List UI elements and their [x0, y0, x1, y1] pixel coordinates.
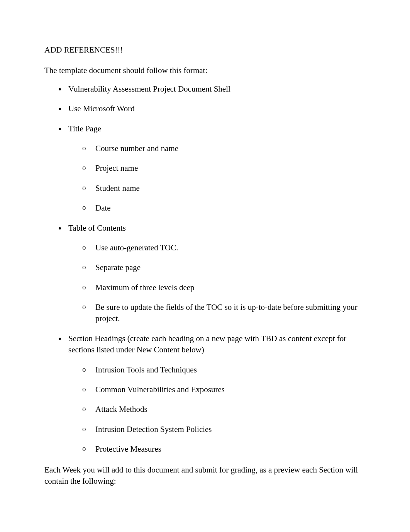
sub-item-text: Maximum of three levels deep: [95, 282, 366, 293]
sub-marker: o: [82, 262, 95, 272]
list-item: Title Page oCourse number and name oProj…: [66, 123, 366, 214]
sub-list-item: oStudent name: [82, 183, 366, 194]
list-item-text: Title Page: [68, 124, 101, 133]
sub-list-item: oMaximum of three levels deep: [82, 282, 366, 293]
sub-item-text: Common Vulnerabilities and Exposures: [95, 384, 366, 395]
sub-marker: o: [82, 404, 95, 414]
list-item-text: Section Headings (create each heading on…: [68, 334, 346, 354]
sub-list-item: oIntrusion Tools and Techniques: [82, 364, 366, 376]
sub-list-item: oIntrusion Detection System Policies: [82, 424, 366, 435]
sub-item-text: Attack Methods: [95, 404, 366, 415]
list-item-text: Table of Contents: [68, 223, 126, 233]
sub-marker: o: [82, 163, 95, 173]
list-item-text: Use Microsoft Word: [68, 104, 135, 113]
sub-item-text: Use auto-generated TOC.: [95, 242, 366, 253]
sub-item-text: Be sure to update the fields of the TOC …: [95, 302, 366, 325]
sub-list: oCourse number and name oProject name oS…: [68, 143, 366, 214]
sub-list-item: oUse auto-generated TOC.: [82, 242, 366, 253]
list-item: Use Microsoft Word: [66, 103, 366, 114]
sub-list-item: oCommon Vulnerabilities and Exposures: [82, 384, 366, 395]
closing-text: Each Week you will add to this document …: [44, 464, 366, 487]
sub-list: oUse auto-generated TOC. oSeparate page …: [68, 242, 366, 325]
intro-text: The template document should follow this…: [44, 65, 366, 76]
sub-item-text: Intrusion Detection System Policies: [95, 424, 366, 435]
sub-marker: o: [82, 143, 95, 153]
sub-marker: o: [82, 364, 95, 375]
sub-marker: o: [82, 242, 95, 253]
sub-item-text: Student name: [95, 183, 366, 194]
sub-item-text: Separate page: [95, 262, 366, 273]
sub-list-item: oBe sure to update the fields of the TOC…: [82, 302, 366, 325]
page-heading: ADD REFERENCES!!!: [44, 44, 366, 56]
sub-marker: o: [82, 424, 95, 434]
sub-marker: o: [82, 183, 95, 193]
sub-list-item: oProtective Measures: [82, 444, 366, 455]
sub-marker: o: [82, 444, 95, 454]
list-item: Vulnerability Assessment Project Documen…: [66, 83, 366, 95]
sub-list-item: oSeparate page: [82, 262, 366, 273]
list-item: Section Headings (create each heading on…: [66, 333, 366, 455]
sub-item-text: Intrusion Tools and Techniques: [95, 364, 366, 376]
list-item: Table of Contents oUse auto-generated TO…: [66, 223, 366, 325]
sub-list-item: oProject name: [82, 163, 366, 174]
sub-item-text: Course number and name: [95, 143, 366, 154]
sub-item-text: Project name: [95, 163, 366, 174]
sub-marker: o: [82, 384, 95, 394]
list-item-text: Vulnerability Assessment Project Documen…: [68, 84, 230, 93]
sub-list-item: oAttack Methods: [82, 404, 366, 415]
sub-item-text: Date: [95, 202, 366, 214]
sub-item-text: Protective Measures: [95, 444, 366, 455]
sub-list-item: oDate: [82, 202, 366, 214]
outline-list: Vulnerability Assessment Project Documen…: [44, 83, 366, 455]
sub-marker: o: [82, 302, 95, 312]
sub-marker: o: [82, 282, 95, 292]
sub-list-item: oCourse number and name: [82, 143, 366, 154]
sub-list: oIntrusion Tools and Techniques oCommon …: [68, 364, 366, 455]
sub-marker: o: [82, 202, 95, 213]
